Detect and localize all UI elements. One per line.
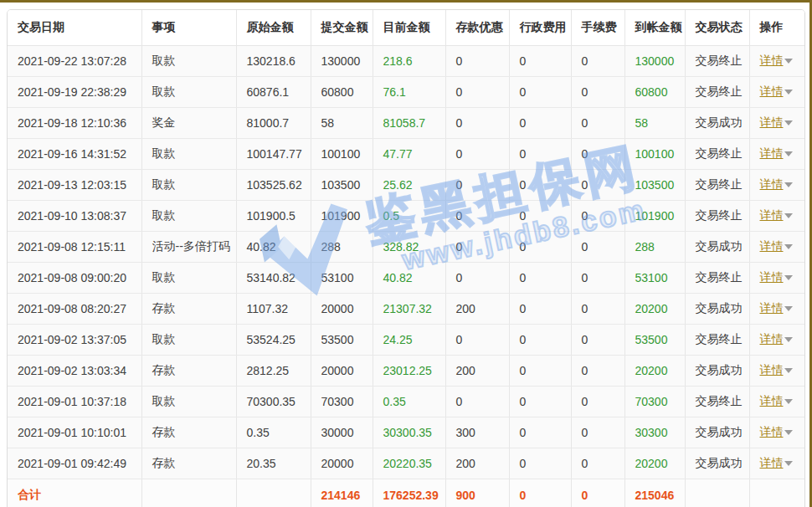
dropdown-caret-icon[interactable] <box>784 213 793 218</box>
cell-fee: 0 <box>571 294 624 325</box>
dropdown-caret-icon[interactable] <box>784 306 793 311</box>
cell-fee: 0 <box>571 139 624 170</box>
column-header-admin_fee: 行政费用 <box>509 10 571 46</box>
cell-admin_fee: 0 <box>509 201 571 232</box>
detail-link[interactable]: 详情 <box>760 146 784 161</box>
cell-fee: 0 <box>571 387 624 417</box>
cell-submitted: 20000 <box>311 294 373 325</box>
cell-fee: 0 <box>571 263 624 294</box>
table-row: 2021-09-08 08:20:27存款1107.322000021307.3… <box>8 294 804 325</box>
cell-status: 交易成功 <box>685 356 749 387</box>
dropdown-caret-icon[interactable] <box>784 461 793 466</box>
column-header-status: 交易状态 <box>685 10 749 46</box>
cell-item: 存款 <box>141 417 236 448</box>
column-header-fee: 手续费 <box>571 10 624 46</box>
dropdown-caret-icon[interactable] <box>784 90 793 95</box>
detail-link[interactable]: 详情 <box>760 456 784 471</box>
dropdown-caret-icon[interactable] <box>784 244 793 249</box>
cell-bonus: 0 <box>445 263 509 294</box>
cell-item: 取款 <box>141 263 236 294</box>
cell-bonus: 0 <box>445 325 509 356</box>
cell-action: 详情 <box>749 139 804 170</box>
cell-status: 交易终止 <box>685 387 749 417</box>
dropdown-caret-icon[interactable] <box>784 59 793 64</box>
cell-status: 交易成功 <box>685 108 749 139</box>
cell-submitted: 20000 <box>311 356 373 387</box>
detail-link[interactable]: 详情 <box>760 425 784 440</box>
cell-bonus: 300 <box>445 417 509 448</box>
cell-item: 奖金 <box>141 108 236 139</box>
cell-date: 2021-09-01 10:10:01 <box>8 417 141 448</box>
detail-link[interactable]: 详情 <box>760 208 784 223</box>
cell-item: 存款 <box>141 356 236 387</box>
cell-action: 详情 <box>749 201 804 232</box>
detail-link[interactable]: 详情 <box>760 239 784 254</box>
cell-submitted: 130000 <box>311 46 373 77</box>
cell-status: 交易终止 <box>685 201 749 232</box>
cell-fee: 0 <box>571 77 624 108</box>
dropdown-caret-icon[interactable] <box>784 430 793 435</box>
detail-link[interactable]: 详情 <box>760 332 784 347</box>
cell-original: 2812.25 <box>236 356 311 387</box>
cell-submitted: 100100 <box>311 139 373 170</box>
dropdown-caret-icon[interactable] <box>784 151 793 156</box>
total-original-empty <box>236 479 311 507</box>
cell-action: 详情 <box>749 417 804 448</box>
cell-bonus: 0 <box>445 108 509 139</box>
cell-received: 53500 <box>624 325 685 356</box>
cell-date: 2021-09-22 13:07:28 <box>8 46 141 77</box>
cell-date: 2021-09-18 12:10:36 <box>8 108 141 139</box>
table-row: 2021-09-13 12:03:15取款103525.6210350025.6… <box>8 170 804 201</box>
total-admin-fee: 0 <box>509 479 571 507</box>
dropdown-caret-icon[interactable] <box>784 337 793 342</box>
cell-action: 详情 <box>749 448 804 479</box>
table-row: 2021-09-01 10:10:01存款0.353000030300.3530… <box>8 417 804 448</box>
cell-fee: 0 <box>571 356 624 387</box>
cell-original: 1107.32 <box>236 294 311 325</box>
detail-link[interactable]: 详情 <box>760 84 784 100</box>
cell-current: 218.6 <box>373 46 445 77</box>
detail-link[interactable]: 详情 <box>760 115 784 131</box>
cell-status: 交易成功 <box>685 417 749 448</box>
cell-action: 详情 <box>749 46 804 77</box>
column-header-original: 原始金额 <box>236 10 311 46</box>
cell-bonus: 0 <box>445 46 509 77</box>
dropdown-caret-icon[interactable] <box>784 368 793 373</box>
cell-bonus: 0 <box>445 170 509 201</box>
page: 交易日期事项原始金额提交金额目前金额存款优惠行政费用手续费到帐金额交易状态操作 … <box>0 0 812 507</box>
cell-status: 交易成功 <box>685 448 749 479</box>
dropdown-caret-icon[interactable] <box>784 182 793 187</box>
table-header-row: 交易日期事项原始金额提交金额目前金额存款优惠行政费用手续费到帐金额交易状态操作 <box>8 10 804 46</box>
detail-link[interactable]: 详情 <box>760 270 784 285</box>
cell-bonus: 200 <box>445 448 509 479</box>
total-label: 合计 <box>8 479 141 507</box>
dropdown-caret-icon[interactable] <box>784 399 793 404</box>
cell-date: 2021-09-19 22:38:29 <box>8 77 141 108</box>
total-submitted: 214146 <box>311 479 373 507</box>
cell-current: 40.82 <box>373 263 445 294</box>
cell-admin_fee: 0 <box>509 448 571 479</box>
cell-received: 20200 <box>624 448 685 479</box>
cell-submitted: 70300 <box>311 387 373 417</box>
cell-admin_fee: 0 <box>509 263 571 294</box>
cell-original: 101900.5 <box>236 201 311 232</box>
cell-current: 47.77 <box>373 139 445 170</box>
cell-item: 取款 <box>141 201 236 232</box>
detail-link[interactable]: 详情 <box>760 54 784 69</box>
cell-original: 70300.35 <box>236 387 311 417</box>
detail-link[interactable]: 详情 <box>760 363 784 378</box>
detail-link[interactable]: 详情 <box>760 301 784 316</box>
cell-fee: 0 <box>571 170 624 201</box>
cell-date: 2021-09-13 12:03:15 <box>8 170 141 201</box>
cell-fee: 0 <box>571 201 624 232</box>
cell-current: 328.82 <box>373 232 445 263</box>
detail-link[interactable]: 详情 <box>760 177 784 192</box>
detail-link[interactable]: 详情 <box>760 394 784 409</box>
cell-original: 53140.82 <box>236 263 311 294</box>
dropdown-caret-icon[interactable] <box>784 275 793 280</box>
cell-received: 100100 <box>624 139 685 170</box>
cell-submitted: 58 <box>311 108 373 139</box>
cell-received: 70300 <box>624 387 685 417</box>
cell-current: 25.62 <box>373 170 445 201</box>
dropdown-caret-icon[interactable] <box>784 120 793 125</box>
